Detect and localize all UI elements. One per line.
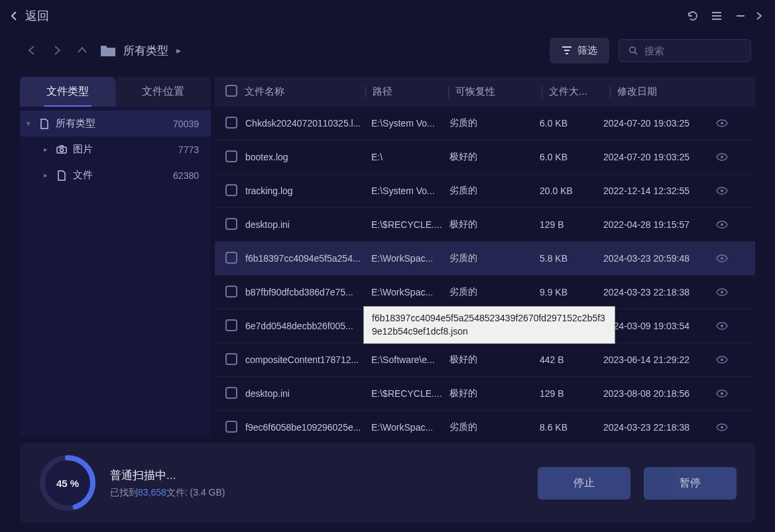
cell-path: E:\WorkSpac... bbox=[371, 253, 449, 264]
svg-point-7 bbox=[721, 257, 723, 260]
tree-item-all-types[interactable]: ▾ 所有类型 70039 bbox=[20, 111, 211, 136]
row-checkbox[interactable] bbox=[225, 184, 237, 196]
svg-point-4 bbox=[721, 156, 723, 158]
scan-subtitle: 已找到83,658文件: (3.4 GB) bbox=[110, 487, 225, 499]
cell-path: E:\System Vo... bbox=[371, 118, 449, 129]
cell-path: E:\WorkSpac... bbox=[371, 287, 449, 297]
cell-recoverability: 极好的 bbox=[449, 219, 540, 231]
cell-path: E:\WorkSpac... bbox=[371, 422, 449, 433]
preview-button[interactable] bbox=[716, 221, 736, 229]
svg-point-6 bbox=[721, 223, 723, 226]
cell-recoverability: 极好的 bbox=[449, 388, 540, 399]
cell-date: 2024-03-23 20:59:48 bbox=[603, 253, 716, 264]
preview-button[interactable] bbox=[716, 423, 736, 431]
search-box[interactable] bbox=[619, 39, 751, 62]
search-input[interactable] bbox=[644, 45, 741, 56]
camera-icon bbox=[56, 145, 68, 154]
row-checkbox[interactable] bbox=[225, 319, 237, 331]
cell-date: 2023-06-14 21:29:22 bbox=[603, 354, 716, 365]
preview-button[interactable] bbox=[716, 390, 736, 398]
eye-icon bbox=[716, 423, 728, 431]
title-bar: 返回 bbox=[0, 0, 775, 32]
cell-name: compositeContent178712... bbox=[245, 354, 371, 365]
stop-button[interactable]: 停止 bbox=[538, 467, 630, 500]
nav-bar: 所有类型 ▸ 筛选 bbox=[0, 32, 775, 69]
preview-button[interactable] bbox=[716, 119, 736, 127]
nav-forward-button[interactable] bbox=[49, 42, 65, 58]
table-row[interactable]: Chkdsk20240720110325.l...E:\System Vo...… bbox=[215, 107, 755, 140]
cell-name: b87fbf90dfcbd386d7e75... bbox=[245, 287, 371, 297]
cell-name: f9ec6f6058be109296025e... bbox=[245, 422, 371, 433]
select-all-checkbox[interactable] bbox=[225, 85, 237, 97]
cell-size: 6.0 KB bbox=[540, 118, 603, 129]
nav-up-button[interactable] bbox=[74, 42, 90, 58]
header-size[interactable]: 文件大... bbox=[549, 85, 610, 98]
preview-button[interactable] bbox=[716, 288, 736, 296]
row-checkbox[interactable] bbox=[225, 117, 237, 129]
eye-icon bbox=[716, 390, 728, 398]
cell-date: 2024-03-23 22:18:38 bbox=[603, 287, 716, 297]
breadcrumb[interactable]: 所有类型 ▸ bbox=[99, 43, 181, 58]
breadcrumb-label: 所有类型 bbox=[123, 43, 168, 58]
cell-date: 2022-04-28 19:15:57 bbox=[603, 219, 716, 230]
cell-name: bootex.log bbox=[245, 152, 371, 162]
header-name[interactable]: 文件名称 bbox=[245, 85, 366, 98]
row-checkbox[interactable] bbox=[225, 387, 237, 399]
tab-label: 文件位置 bbox=[142, 85, 184, 97]
cell-recoverability: 极好的 bbox=[449, 354, 540, 366]
refresh-button[interactable] bbox=[681, 4, 705, 28]
row-checkbox[interactable] bbox=[225, 421, 237, 433]
tree-label: 所有类型 bbox=[56, 117, 95, 130]
cell-size: 129 B bbox=[540, 219, 603, 230]
table-row[interactable]: b87fbf90dfcbd386d7e75...E:\WorkSpac...劣质… bbox=[215, 276, 755, 309]
scan-info: 普通扫描中... 已找到83,658文件: (3.4 GB) bbox=[110, 468, 225, 499]
menu-button[interactable] bbox=[705, 4, 729, 28]
preview-button[interactable] bbox=[716, 153, 736, 161]
minimize-icon bbox=[735, 10, 746, 22]
table-row[interactable]: f6b18397cc4094e5f5a254...E:\WorkSpac...劣… bbox=[215, 242, 755, 276]
preview-button[interactable] bbox=[716, 187, 736, 195]
maximize-button[interactable] bbox=[752, 4, 766, 28]
preview-button[interactable] bbox=[716, 254, 736, 262]
tab-file-location[interactable]: 文件位置 bbox=[115, 77, 211, 107]
header-recoverability[interactable]: 可恢复性 bbox=[455, 85, 542, 98]
cell-recoverability: 劣质的 bbox=[449, 286, 540, 298]
cell-recoverability: 劣质的 bbox=[449, 117, 540, 129]
header-path[interactable]: 路径 bbox=[373, 85, 448, 98]
tree-count: 70039 bbox=[173, 119, 199, 129]
tree-item-files[interactable]: ▸ 文件 62380 bbox=[20, 162, 211, 188]
cell-size: 442 B bbox=[540, 354, 603, 365]
row-checkbox[interactable] bbox=[225, 353, 237, 365]
preview-button[interactable] bbox=[716, 322, 736, 330]
nav-back-button[interactable] bbox=[24, 42, 40, 58]
row-checkbox[interactable] bbox=[225, 218, 237, 230]
row-checkbox[interactable] bbox=[225, 252, 237, 264]
cell-date: 2022-12-14 12:32:55 bbox=[603, 186, 716, 196]
sidebar-tree: ▾ 所有类型 70039 ▸ 图片 7773 ▸ 文件 bbox=[20, 107, 211, 435]
eye-icon bbox=[716, 221, 728, 229]
tab-file-type[interactable]: 文件类型 bbox=[20, 77, 115, 107]
chevron-right-icon: ▸ bbox=[176, 45, 181, 56]
cell-recoverability: 劣质的 bbox=[449, 421, 540, 433]
row-checkbox[interactable] bbox=[225, 286, 237, 297]
back-button[interactable]: 返回 bbox=[9, 8, 49, 24]
svg-point-8 bbox=[721, 291, 723, 293]
table-row[interactable]: f9ec6f6058be109296025e...E:\WorkSpac...劣… bbox=[215, 411, 755, 435]
table-row[interactable]: desktop.iniE:\$RECYCLE....极好的129 B2023-0… bbox=[215, 377, 755, 411]
preview-button[interactable] bbox=[716, 356, 736, 364]
table-row[interactable]: tracking.logE:\System Vo...劣质的20.0 KB202… bbox=[215, 174, 755, 208]
pause-button[interactable]: 暂停 bbox=[644, 467, 737, 500]
svg-point-0 bbox=[630, 47, 636, 53]
filter-button[interactable]: 筛选 bbox=[550, 38, 609, 64]
svg-point-9 bbox=[721, 325, 723, 327]
table-row[interactable]: bootex.logE:\极好的6.0 KB2024-07-20 19:03:2… bbox=[215, 140, 755, 174]
tree-item-images[interactable]: ▸ 图片 7773 bbox=[20, 136, 211, 162]
caret-down-icon: ▾ bbox=[27, 119, 33, 128]
table-row[interactable]: desktop.iniE:\$RECYCLE....极好的129 B2022-0… bbox=[215, 208, 755, 242]
svg-point-3 bbox=[721, 122, 723, 125]
document-icon bbox=[56, 170, 68, 181]
header-date[interactable]: 修改日期 bbox=[617, 85, 725, 98]
minimize-button[interactable] bbox=[729, 4, 752, 28]
row-checkbox[interactable] bbox=[225, 150, 237, 162]
table-row[interactable]: compositeContent178712...E:\Software\e..… bbox=[215, 343, 755, 377]
